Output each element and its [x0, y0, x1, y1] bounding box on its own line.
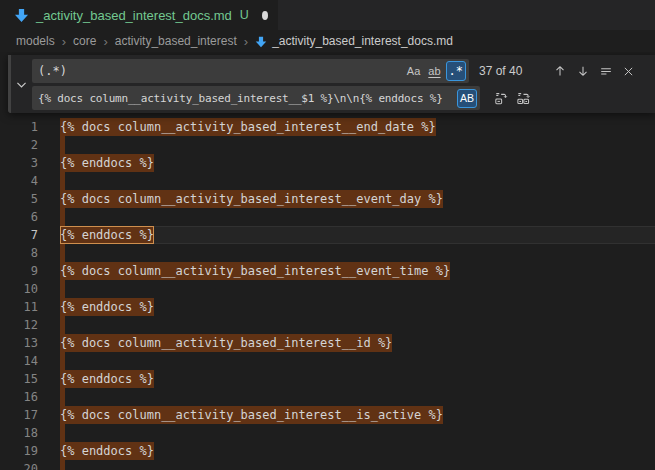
line-number: 15	[0, 370, 38, 388]
code-line: 12	[0, 316, 655, 334]
tab-bar: _activity_based_interest_docs.md U	[0, 0, 655, 30]
line-content[interactable]: {% enddocs %}	[60, 370, 655, 388]
find-match-highlight-empty	[60, 280, 65, 298]
line-number: 2	[0, 136, 38, 154]
code-line: 7 {% enddocs %}	[0, 226, 655, 244]
line-number: 1	[0, 118, 38, 136]
find-results-count: 37 of 40	[479, 64, 522, 78]
replace-input[interactable]: {% docs column__activity_based_interest_…	[32, 86, 480, 110]
editor-tab[interactable]: _activity_based_interest_docs.md U	[0, 0, 278, 30]
line-content[interactable]: {% enddocs %}	[60, 442, 655, 460]
find-replace-widget: (.*) Aa ab .* 37 of 40	[8, 55, 655, 113]
selection-lines-icon	[599, 64, 613, 78]
find-match-highlight-empty	[60, 352, 65, 370]
markdown-file-icon	[14, 8, 29, 23]
find-match-highlight: {% enddocs %}	[60, 442, 154, 460]
chevron-down-icon	[15, 78, 28, 91]
toggle-replace-button[interactable]	[11, 55, 32, 113]
chevron-right-icon: ›	[62, 35, 66, 48]
find-match-highlight: {% docs column__activity_based_interest_…	[60, 406, 443, 424]
code-line: 18	[0, 424, 655, 442]
line-content[interactable]: {% docs column__activity_based_interest_…	[60, 406, 655, 424]
code-line: 3 {% enddocs %}	[0, 154, 655, 172]
code-line: 15 {% enddocs %}	[0, 370, 655, 388]
code-line: 20	[0, 460, 655, 470]
code-line: 4	[0, 172, 655, 190]
unsaved-changes-dot[interactable]	[262, 11, 268, 20]
close-icon	[622, 65, 635, 78]
line-number: 3	[0, 154, 38, 172]
close-find-widget-button[interactable]	[617, 60, 640, 82]
find-match-highlight-empty	[60, 424, 65, 442]
line-number: 11	[0, 298, 38, 316]
find-input[interactable]: (.*) Aa ab .*	[32, 59, 469, 83]
breadcrumb-item-file[interactable]: _activity_based_interest_docs.md	[255, 34, 453, 48]
replace-button[interactable]	[489, 87, 512, 109]
chevron-right-icon: ›	[244, 35, 248, 48]
regex-toggle[interactable]: .*	[446, 61, 466, 81]
line-number: 8	[0, 244, 38, 262]
line-number: 16	[0, 388, 38, 406]
code-line: 14	[0, 352, 655, 370]
line-content[interactable]: {% docs column__activity_based_interest_…	[60, 118, 655, 136]
breadcrumb-file-label: _activity_based_interest_docs.md	[272, 34, 453, 48]
find-match-highlight-empty	[60, 460, 65, 470]
code-line: 13 {% docs column__activity_based_intere…	[0, 334, 655, 352]
find-match-highlight: {% docs column__activity_based_interest_…	[60, 334, 392, 352]
line-number: 18	[0, 424, 38, 442]
line-number: 17	[0, 406, 38, 424]
line-number: 20	[0, 460, 38, 470]
line-content[interactable]: {% enddocs %}	[60, 226, 655, 244]
find-match-highlight-empty	[60, 172, 65, 190]
line-number: 19	[0, 442, 38, 460]
chevron-right-icon: ›	[103, 35, 107, 48]
git-status-badge: U	[240, 8, 249, 22]
match-case-toggle[interactable]: Aa	[404, 61, 423, 81]
code-line: 2	[0, 136, 655, 154]
code-line: 19 {% enddocs %}	[0, 442, 655, 460]
code-lines: 1 {% docs column__activity_based_interes…	[0, 52, 655, 470]
breadcrumb-item-core[interactable]: core	[73, 34, 96, 48]
line-content[interactable]: {% docs column__activity_based_interest_…	[60, 190, 655, 208]
line-number: 6	[0, 208, 38, 226]
find-match-highlight: {% docs column__activity_based_interest_…	[60, 262, 450, 280]
line-number: 10	[0, 280, 38, 298]
arrow-down-icon	[576, 64, 590, 78]
line-content[interactable]: {% enddocs %}	[60, 298, 655, 316]
code-line: 11 {% enddocs %}	[0, 298, 655, 316]
find-match-highlight-empty	[60, 136, 65, 154]
line-content[interactable]: {% enddocs %}	[60, 154, 655, 172]
code-line: 17 {% docs column__activity_based_intere…	[0, 406, 655, 424]
replace-all-icon	[516, 91, 531, 106]
find-match-highlight-empty	[60, 244, 65, 262]
find-match-highlight: {% docs column__activity_based_interest_…	[60, 190, 443, 208]
whole-word-toggle[interactable]: ab	[425, 61, 443, 81]
find-query-text: (.*)	[38, 64, 402, 78]
line-number: 5	[0, 190, 38, 208]
line-content[interactable]: {% docs column__activity_based_interest_…	[60, 334, 655, 352]
find-match-highlight-empty	[60, 388, 65, 406]
find-match-highlight-empty	[60, 316, 65, 334]
line-content[interactable]	[60, 460, 655, 470]
code-line: 5 {% docs column__activity_based_interes…	[0, 190, 655, 208]
find-match-highlight: {% docs column__activity_based_interest_…	[60, 118, 436, 136]
line-content[interactable]: {% docs column__activity_based_interest_…	[60, 262, 655, 280]
previous-match-button[interactable]	[548, 60, 571, 82]
markdown-file-icon	[255, 36, 267, 48]
find-match-highlight: {% enddocs %}	[60, 370, 154, 388]
replace-all-button[interactable]	[512, 87, 535, 109]
line-number: 4	[0, 172, 38, 190]
breadcrumb-item-activity-based-interest[interactable]: activity_based_interest	[115, 34, 237, 48]
code-line: 8	[0, 244, 655, 262]
code-line: 6	[0, 208, 655, 226]
find-in-selection-button[interactable]	[594, 60, 617, 82]
next-match-button[interactable]	[571, 60, 594, 82]
find-match-highlight-empty	[60, 208, 65, 226]
editor-pane: (.*) Aa ab .* 37 of 40	[0, 52, 655, 470]
arrow-up-icon	[553, 64, 567, 78]
breadcrumb-item-models[interactable]: models	[16, 34, 55, 48]
code-line: 16	[0, 388, 655, 406]
tab-filename: _activity_based_interest_docs.md	[36, 8, 232, 23]
line-number: 7	[0, 226, 38, 244]
preserve-case-toggle[interactable]: AB	[457, 89, 477, 108]
